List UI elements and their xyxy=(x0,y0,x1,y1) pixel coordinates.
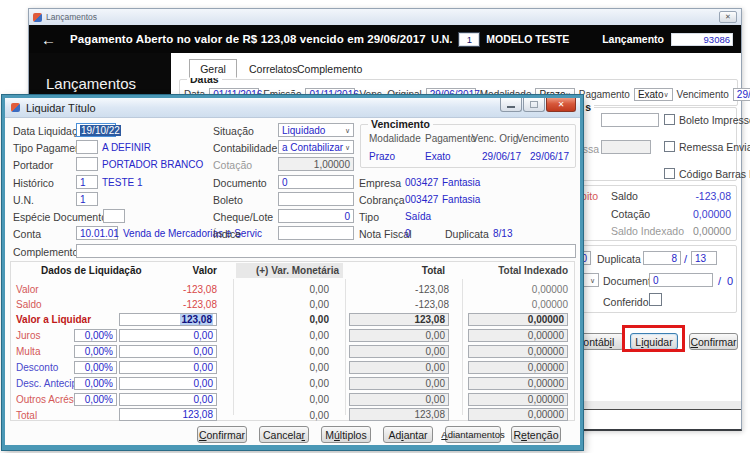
liq-row-valor: -123,08 xyxy=(119,284,217,295)
documento-slash: / xyxy=(718,275,721,287)
tipo-pagamento-field[interactable] xyxy=(76,140,98,154)
portador-field[interactable] xyxy=(76,157,98,171)
saldo-indexado-value: 0,00000 xyxy=(631,225,731,237)
venc-v-pagamento: Exato xyxy=(425,151,451,162)
tab-geral[interactable]: Geral xyxy=(189,59,237,78)
confirmar-button[interactable]: Confirmar xyxy=(197,426,247,443)
documento-field-right[interactable]: 0 xyxy=(649,273,713,287)
close-icon[interactable]: ✕ xyxy=(546,98,576,112)
liq-row-valor: -123,08 xyxy=(119,299,217,310)
liq-row-label: Juros xyxy=(16,330,40,341)
adiantamentos-button[interactable]: Adiantamentos xyxy=(445,426,501,443)
nota-fiscal-value: 0 xyxy=(405,228,411,239)
complemento-field[interactable] xyxy=(76,244,576,258)
conferido-checkbox[interactable] xyxy=(649,293,662,306)
conta-field[interactable]: 10.01.01 xyxy=(76,226,118,240)
retencao-button[interactable]: Retenção xyxy=(511,426,561,443)
tipo-value: Saída xyxy=(405,211,431,222)
situacao-select[interactable]: Liquidado∨ xyxy=(278,123,354,137)
historico-field[interactable]: 1 xyxy=(76,175,98,189)
outros-acrescimos-valor-field[interactable]: 0,00 xyxy=(119,393,217,406)
documento-field-dialog[interactable]: 0 xyxy=(278,175,354,189)
confirmar-button-main[interactable]: Confirmar xyxy=(689,333,738,350)
duplicata-num-field[interactable]: 8 xyxy=(643,251,681,265)
cobranca-name: Fantasia xyxy=(442,194,480,205)
un-label-dialog: U.N. xyxy=(13,194,34,206)
conta-label: Conta xyxy=(13,228,41,240)
documento-b-value: 0 xyxy=(727,275,733,287)
pagamento-label: Pagamento xyxy=(579,89,630,100)
valor-a-liquidar-field[interactable]: 123,08 xyxy=(119,313,217,326)
juros-valor-field[interactable]: 0,00 xyxy=(119,329,217,342)
liq-row-idx: 0,00000 xyxy=(468,377,568,390)
back-arrow-icon[interactable]: ← xyxy=(41,32,56,47)
complemento-label: Complemento xyxy=(13,246,78,258)
boleto-group-title: s xyxy=(582,101,594,113)
boleto-impresso-checkbox[interactable] xyxy=(664,114,675,125)
duplicata-label-dialog: Duplicata xyxy=(445,228,489,240)
codigo-barras-label: Código Barras Lido xyxy=(679,168,750,180)
cobranca-code: 003427 xyxy=(405,194,438,205)
cheque-lote-field[interactable]: 0 xyxy=(278,209,354,223)
contabilidade-label: Contabilidade xyxy=(213,142,277,154)
multiplos-button[interactable]: Múltiplos xyxy=(321,426,371,443)
desconto-pct-field[interactable]: 0,00% xyxy=(74,361,117,374)
juros-pct-field[interactable]: 0,00% xyxy=(74,329,117,342)
un-field-dialog[interactable]: 1 xyxy=(76,192,98,206)
empresa-name: Fantasia xyxy=(442,177,480,188)
multa-valor-field[interactable]: 0,00 xyxy=(119,345,217,358)
indice-field[interactable] xyxy=(278,226,354,240)
boleto-field[interactable] xyxy=(601,113,659,127)
dialog-titlebar[interactable]: Liquidar Título ✕ xyxy=(5,98,580,118)
liq-row-var: 0,00 xyxy=(226,284,329,295)
adiantar-button[interactable]: Adiantar xyxy=(383,426,433,443)
liq-row-idx: 0,00000 xyxy=(468,284,568,295)
codigo-barras-checkbox[interactable] xyxy=(664,168,675,179)
total-valor-field[interactable]: 123,08 xyxy=(119,408,217,421)
close-icon[interactable]: ✕ xyxy=(719,11,737,23)
tipo-pagamento-desc: A DEFINIR xyxy=(102,142,151,153)
empresa-code: 003427 xyxy=(405,177,438,188)
boleto-label-dialog: Boleto xyxy=(213,194,243,206)
tab-complemento[interactable]: Complemento xyxy=(287,59,372,78)
duplicata-den-field[interactable]: 13 xyxy=(691,251,717,265)
contabilidade-select[interactable]: a Contabilizar∨ xyxy=(278,140,354,154)
liq-row-var: 0,00 xyxy=(226,410,329,421)
especie-label: Espécie Documento xyxy=(13,211,107,223)
un-label: U.N. xyxy=(431,33,452,45)
cheque-lote-label: Cheque/Lote xyxy=(213,211,273,223)
venc-v-vencimento: 29/06/17 xyxy=(530,151,569,162)
minimize-icon[interactable] xyxy=(500,98,522,112)
desc-antecipacao-pct-field[interactable]: 0,00% xyxy=(74,377,117,390)
company-name: MODELO TESTE xyxy=(486,33,569,45)
liq-row-var: 0,00 xyxy=(226,314,329,325)
liq-header-var: (+) Var. Monetária xyxy=(236,263,343,278)
desc-antecipacao-valor-field[interactable]: 0,00 xyxy=(119,377,217,390)
liq-row-total: 0,00 xyxy=(349,377,449,390)
remessa-enviada-checkbox[interactable] xyxy=(664,141,675,152)
liq-row-var: 0,00 xyxy=(226,378,329,389)
liq-row-var: 0,00 xyxy=(226,330,329,341)
cancelar-button[interactable]: Cancelar xyxy=(259,426,309,443)
un-field[interactable]: 1 xyxy=(459,33,479,46)
maximize-icon[interactable] xyxy=(523,98,545,112)
especie-field[interactable] xyxy=(103,209,125,223)
data-liquidacao-field[interactable]: 19/10/22 xyxy=(76,123,116,137)
outros-acrescimos-pct-field[interactable]: 0,00% xyxy=(74,393,117,406)
lancamento-field[interactable]: 93086 xyxy=(671,33,733,46)
dados-liquidacao-panel: Dados de Liquidação Valor (+) Var. Monet… xyxy=(10,261,575,421)
vencimento-field[interactable]: 29/06/2017 xyxy=(733,88,750,101)
boleto-field-dialog[interactable] xyxy=(278,192,354,206)
liq-row-idx: 0,00000 xyxy=(468,299,568,310)
app-icon xyxy=(33,13,42,22)
multa-pct-field[interactable]: 0,00% xyxy=(74,345,117,358)
chevron-down-icon: ∨ xyxy=(345,144,350,151)
record-header: ← Pagamento Aberto no valor de R$ 123,08… xyxy=(29,25,741,53)
pagamento-select[interactable]: Exato∨ xyxy=(634,88,673,101)
tipo-label: Tipo xyxy=(359,211,379,223)
desconto-valor-field[interactable]: 0,00 xyxy=(119,361,217,374)
liq-row-total: -123,08 xyxy=(349,299,449,310)
venc-h-vencimento: Vencimento xyxy=(517,133,569,144)
liq-row-label: Valor xyxy=(16,284,39,295)
window-titlebar[interactable]: Lançamentos ✕ xyxy=(29,9,741,25)
